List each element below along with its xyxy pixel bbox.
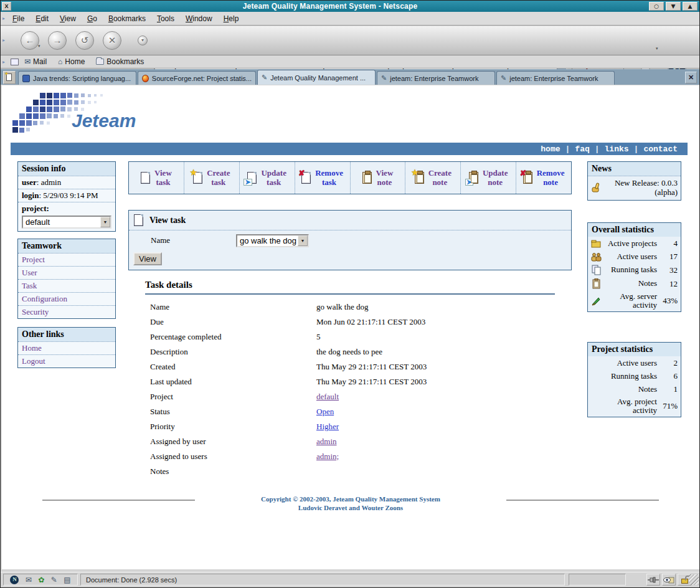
window-resize-grip[interactable] xyxy=(689,574,699,585)
task-name-select[interactable]: go walk the dog ▼ xyxy=(236,234,309,247)
progress-meter xyxy=(569,574,626,586)
address-book-icon[interactable]: ▤ xyxy=(64,576,70,584)
stop-button[interactable]: ✕ xyxy=(103,31,121,50)
view-task-header: View task xyxy=(129,211,571,230)
menu-view[interactable]: View xyxy=(54,13,82,24)
menu-window[interactable]: Window xyxy=(180,13,218,24)
close-tab-button[interactable]: ✕ xyxy=(685,72,697,83)
tab-java-trends[interactable]: Java trends: Scripting languag... xyxy=(18,71,136,85)
sidebar-item-project[interactable]: Project xyxy=(18,253,115,266)
select-dropdown-icon: ▼ xyxy=(100,217,110,227)
task-note-toolbar: Viewtask ★ Createtask ➤ Updatetask ✘ Rem… xyxy=(128,161,572,194)
task-details-title: Task details xyxy=(145,280,555,295)
sidebar-item-security[interactable]: Security xyxy=(18,305,115,318)
session-info-title: Session info xyxy=(18,162,115,176)
sidebar-item-configuration[interactable]: Configuration xyxy=(18,292,115,305)
tab-jeteam-teamwork-2[interactable]: ✎ jeteam: Enterprise Teamwork xyxy=(496,71,615,85)
project-select[interactable]: default ▼ xyxy=(22,216,111,229)
status-bar: N ✉ ✿ ✎ ▤ Document: Done (2.928 secs) xyxy=(1,572,699,587)
update-task-button[interactable]: ➤ Updatetask xyxy=(240,162,295,194)
create-note-button[interactable]: ★ Createnote xyxy=(405,162,461,194)
nav-link-contact[interactable]: contact xyxy=(643,145,678,154)
menu-file[interactable]: File xyxy=(7,13,30,24)
detail-row-percentage: Percentage completed5 xyxy=(150,332,555,342)
nav-link-links[interactable]: links xyxy=(605,145,629,154)
detail-row-assigned-to: Assigned to usersadmin; xyxy=(150,452,555,462)
task-details-section: Task details Namego walk the dog DueMon … xyxy=(145,280,555,295)
composer-icon[interactable]: ✎ xyxy=(51,576,57,584)
cookie-watch-icon[interactable] xyxy=(662,574,676,586)
menu-help[interactable]: Help xyxy=(218,13,245,24)
menu-bookmarks[interactable]: Bookmarks xyxy=(103,13,151,24)
stat-row-project-activity: Avg. project activity71% xyxy=(588,396,681,417)
back-button[interactable]: ← xyxy=(21,31,39,50)
navigator-icon[interactable]: N xyxy=(10,576,19,584)
view-task-title: View task xyxy=(149,216,186,225)
toolbar-window-icon[interactable] xyxy=(11,59,19,65)
stat-row-active-projects: Active projects4 xyxy=(588,237,681,250)
sidebar-item-home[interactable]: Home xyxy=(18,341,115,354)
detail-row-created: CreatedThu May 29 21:17:11 CEST 2003 xyxy=(150,362,555,372)
printer-dropdown-icon[interactable]: ▾ xyxy=(656,46,658,51)
reload-button[interactable]: ↺ xyxy=(75,31,94,50)
project-statistics-panel: Project statistics Active users2 Running… xyxy=(587,342,681,417)
status-link[interactable]: Open xyxy=(316,407,334,417)
remove-task-button[interactable]: ✘ Removetask xyxy=(295,162,351,194)
activity-quill-icon xyxy=(591,296,602,306)
view-submit-button[interactable]: View xyxy=(133,252,162,265)
back-history-dropdown-icon[interactable]: ▾ xyxy=(38,44,40,49)
mail-icon: ✉ xyxy=(24,57,31,66)
home-icon: ⌂ xyxy=(58,57,62,66)
sidebar-item-task[interactable]: Task xyxy=(18,279,115,292)
footer-copyright: Copyright © 2002-2003, Jeteam Quality Ma… xyxy=(176,495,525,513)
news-text: New Release: 0.0.3 (alpha) xyxy=(605,179,678,197)
session-user-row: user: admin xyxy=(18,176,115,189)
priority-link[interactable]: Higher xyxy=(316,422,339,432)
sidebar-item-logout[interactable]: Logout xyxy=(18,354,115,368)
window-close-button[interactable]: X xyxy=(2,2,11,11)
personal-home-button[interactable]: ⌂ Home xyxy=(52,57,90,66)
compose-icon: ✎ xyxy=(501,74,506,82)
session-login-row: login: 5/29/03 9:14 PM xyxy=(18,189,115,202)
bookmarks-folder-icon xyxy=(96,59,104,65)
remove-note-button[interactable]: ✘ Removenote xyxy=(516,162,571,194)
tab-sourceforge[interactable]: SourceForge.net: Project statis... xyxy=(138,71,256,85)
toolbar-grippy[interactable]: ▸ xyxy=(1,37,7,43)
toolbar-grippy[interactable]: ▸ xyxy=(1,16,7,21)
toolbar-grippy[interactable]: ▸ xyxy=(1,59,7,65)
online-status-icon[interactable] xyxy=(646,574,660,586)
assigned-to-link[interactable]: admin; xyxy=(316,452,339,462)
menu-tools[interactable]: Tools xyxy=(151,13,180,24)
page-content: Jeteam home | faq | links | contact Sess… xyxy=(2,85,699,569)
task-icon xyxy=(134,214,143,226)
new-tab-button[interactable]: ✦ xyxy=(3,71,16,84)
tab-jeteam-active[interactable]: ✎ Jeteam Quality Management ... xyxy=(257,70,376,85)
tab-jeteam-teamwork-1[interactable]: ✎ jeteam: Enterprise Teamwork xyxy=(377,71,495,85)
personal-mail-button[interactable]: ✉ Mail xyxy=(19,57,52,66)
mail-icon[interactable]: ✉ xyxy=(26,576,32,584)
nav-link-faq[interactable]: faq xyxy=(575,145,589,154)
sidebar-item-user[interactable]: User xyxy=(18,266,115,279)
create-task-button[interactable]: ★ Createtask xyxy=(184,162,240,194)
status-message: Document: Done (2.928 secs) xyxy=(80,574,565,586)
page-proxy-button[interactable]: ▾ xyxy=(138,36,148,45)
login-label: login xyxy=(22,191,39,200)
menu-bar: ▸ File Edit View Go Bookmarks Tools Wind… xyxy=(1,12,699,26)
personal-bookmarks-button[interactable]: Bookmarks xyxy=(90,57,149,66)
detail-row-notes: Notes xyxy=(150,467,555,477)
forward-button[interactable]: → xyxy=(48,31,67,50)
nav-link-home[interactable]: home xyxy=(541,145,560,154)
window-maximize-button[interactable]: ▲ xyxy=(683,2,698,11)
menu-edit[interactable]: Edit xyxy=(30,13,54,24)
window-minimize-button[interactable]: ▼ xyxy=(666,2,681,11)
instant-messenger-icon[interactable]: ✿ xyxy=(38,576,44,584)
tab-label: Jeteam Quality Management ... xyxy=(270,74,366,82)
view-task-button[interactable]: Viewtask xyxy=(129,162,184,194)
menu-go[interactable]: Go xyxy=(82,13,103,24)
project-link[interactable]: default xyxy=(316,392,339,402)
window-restore-button[interactable]: ○ xyxy=(649,2,664,11)
view-note-button[interactable]: Viewnote xyxy=(351,162,406,194)
assigned-by-link[interactable]: admin xyxy=(316,437,337,447)
update-note-button[interactable]: ➤ Updatenote xyxy=(461,162,516,194)
compose-icon: ✎ xyxy=(381,74,387,82)
